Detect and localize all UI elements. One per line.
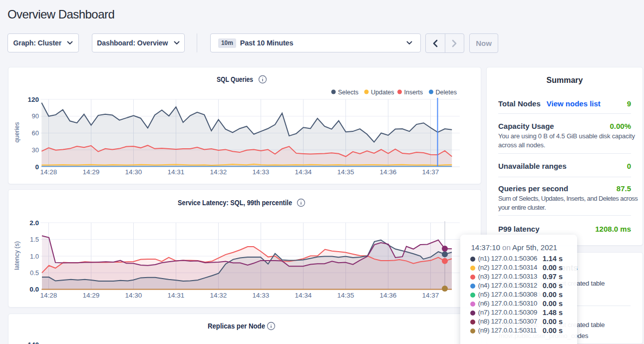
svg-text:14:32: 14:32: [210, 292, 227, 299]
svg-text:14:31: 14:31: [168, 292, 185, 299]
svg-text:14:33: 14:33: [253, 168, 270, 176]
svg-text:0.5: 0.5: [30, 269, 39, 277]
svg-text:90: 90: [32, 112, 39, 120]
svg-text:14:37: 14:37: [422, 168, 439, 176]
svg-text:1.0: 1.0: [30, 253, 39, 260]
svg-text:14:29: 14:29: [83, 168, 100, 176]
svg-text:14:34: 14:34: [295, 168, 312, 176]
svg-text:Inserts: Inserts: [404, 89, 423, 96]
svg-text:Service Latency: SQL, 99th per: Service Latency: SQL, 99th percentile: [178, 198, 292, 207]
svg-text:30: 30: [32, 146, 39, 154]
svg-text:140: 140: [27, 341, 39, 344]
svg-text:0.0: 0.0: [29, 286, 39, 293]
svg-text:14:35: 14:35: [337, 168, 354, 176]
svg-text:queries: queries: [13, 122, 20, 143]
svg-text:120: 120: [27, 96, 39, 103]
svg-text:1.5: 1.5: [30, 236, 39, 243]
svg-text:14:30: 14:30: [125, 168, 142, 176]
svg-text:Replicas per Node: Replicas per Node: [208, 322, 265, 330]
svg-text:SQL Queries: SQL Queries: [217, 75, 253, 83]
svg-text:0: 0: [35, 163, 39, 171]
svg-text:14:36: 14:36: [380, 168, 397, 176]
svg-text:60: 60: [32, 129, 39, 137]
svg-text:14:33: 14:33: [253, 292, 270, 299]
svg-text:14:37: 14:37: [422, 292, 439, 299]
svg-text:14:35: 14:35: [337, 292, 354, 299]
svg-text:14:28: 14:28: [40, 168, 57, 176]
svg-text:latency (s): latency (s): [13, 241, 20, 270]
svg-text:14:30: 14:30: [125, 292, 142, 299]
svg-text:2.0: 2.0: [29, 219, 39, 227]
svg-text:14:31: 14:31: [168, 168, 185, 176]
svg-text:14:36: 14:36: [380, 292, 397, 299]
svg-text:14:29: 14:29: [83, 292, 100, 299]
svg-text:Updates: Updates: [371, 89, 394, 96]
svg-text:Selects: Selects: [338, 89, 358, 96]
svg-text:Deletes: Deletes: [436, 89, 457, 96]
svg-text:14:32: 14:32: [210, 168, 227, 176]
svg-text:14:34: 14:34: [295, 292, 312, 299]
svg-text:14:28: 14:28: [40, 292, 57, 299]
